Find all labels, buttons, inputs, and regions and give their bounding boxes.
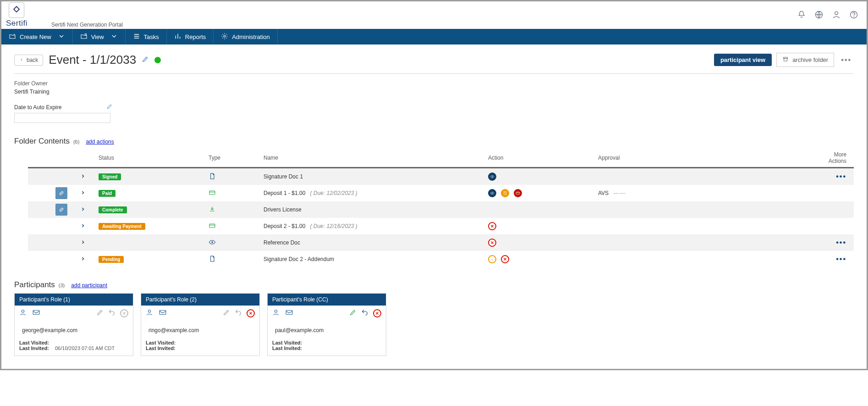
- auto-expire-input[interactable]: [14, 113, 110, 123]
- folder-contents-count: (6): [73, 139, 79, 145]
- status-dot: [154, 57, 161, 63]
- participant-remove-icon[interactable]: [120, 309, 128, 317]
- gear-icon: [221, 33, 228, 41]
- add-participant-link[interactable]: add participant: [71, 282, 107, 289]
- archive-folder-button[interactable]: archive folder: [776, 53, 834, 67]
- participant-role: Participant's Role (CC): [268, 294, 386, 306]
- back-button[interactable]: back: [14, 55, 43, 66]
- row-name: Reference Doc: [264, 239, 300, 246]
- participant-undo-icon[interactable]: [235, 309, 242, 317]
- last-invited-value: 06/10/2023 07:01 AM CDT: [55, 345, 115, 351]
- folder-owner-label: Folder Owner: [14, 80, 854, 87]
- participant-edit-icon[interactable]: [349, 309, 357, 317]
- page-title: Event - 1/1/2033: [49, 53, 136, 67]
- status-badge: Complete: [99, 206, 127, 213]
- type-icon: [209, 172, 216, 180]
- status-badge: Awaiting Payment: [99, 223, 145, 230]
- participant-mail-icon[interactable]: [285, 308, 293, 318]
- participant-edit-icon[interactable]: [96, 309, 104, 317]
- expand-row-icon[interactable]: [80, 240, 86, 246]
- top-strip: Sertifi Sertifi Next Generation Portal: [1, 1, 867, 29]
- brand-glyph: [9, 2, 24, 18]
- nav-administration[interactable]: Administration: [214, 29, 277, 44]
- payment-action-icon[interactable]: [514, 189, 522, 197]
- table-row: CompleteDrivers License: [28, 201, 854, 218]
- participant-toolbar: [141, 306, 259, 321]
- help-icon[interactable]: [849, 10, 858, 21]
- participant-email: george@example.com: [22, 327, 128, 334]
- participant-card: Participant's Role (CC) paul@example.com…: [267, 293, 386, 356]
- receipt-action-icon[interactable]: [501, 189, 509, 197]
- expand-row-icon[interactable]: [80, 256, 86, 263]
- row-more-icon[interactable]: •••: [836, 255, 846, 263]
- caret-left-icon: [19, 57, 24, 63]
- participant-mail-icon[interactable]: [159, 308, 167, 318]
- cancel-action-icon[interactable]: [488, 222, 496, 230]
- participant-role: Participant's Role (2): [141, 294, 259, 306]
- cancel-action-icon[interactable]: [501, 255, 509, 263]
- row-more-icon[interactable]: •••: [836, 239, 846, 246]
- chevron-down-icon: [58, 33, 65, 41]
- archive-folder-label: archive folder: [792, 56, 828, 63]
- participant-view-button[interactable]: participant view: [714, 54, 772, 66]
- participant-undo-icon[interactable]: [361, 309, 368, 317]
- col-status: Status: [97, 155, 207, 161]
- row-actions: [488, 239, 594, 247]
- expand-row-icon[interactable]: [80, 190, 86, 197]
- edit-title-icon[interactable]: [142, 56, 149, 64]
- notifications-icon[interactable]: [797, 10, 806, 21]
- profile-icon[interactable]: [832, 10, 841, 21]
- nav-label: Administration: [232, 33, 269, 40]
- expand-row-icon[interactable]: [80, 207, 86, 213]
- more-actions-button[interactable]: •••: [839, 54, 854, 67]
- globe-icon[interactable]: [814, 10, 824, 21]
- participant-undo-icon[interactable]: [108, 309, 115, 317]
- participant-mail-icon[interactable]: [32, 308, 40, 318]
- brand: Sertifi Sertifi Next Generation Portal: [6, 2, 123, 28]
- nav-view[interactable]: View: [73, 29, 126, 44]
- sign-action-icon[interactable]: [488, 255, 496, 263]
- participant-user-icon[interactable]: [19, 309, 27, 317]
- view-action-icon[interactable]: [488, 172, 496, 181]
- nav-create-new[interactable]: Create New: [1, 29, 73, 44]
- type-icon: [209, 255, 216, 262]
- type-icon: [209, 189, 216, 196]
- participant-edit-icon[interactable]: [223, 309, 230, 317]
- nav-tasks[interactable]: Tasks: [126, 29, 167, 44]
- table-row: PendingSignature Doc 2 - Addendum•••: [28, 251, 854, 267]
- last-visited-label: Last Visited:: [146, 340, 177, 345]
- folder-meta: Folder Owner Sertifi Training Date to Au…: [14, 80, 854, 123]
- approval-label: AVS: [598, 190, 609, 196]
- link-chip-icon[interactable]: [55, 187, 67, 199]
- cancel-action-icon[interactable]: [488, 239, 496, 247]
- type-icon: [209, 222, 216, 229]
- nav-reports[interactable]: Reports: [167, 29, 214, 44]
- expand-row-icon[interactable]: [80, 223, 86, 230]
- participant-remove-icon[interactable]: [247, 309, 255, 317]
- participant-remove-icon[interactable]: [373, 309, 381, 317]
- brand-logo: Sertifi: [6, 2, 27, 28]
- row-more-icon[interactable]: •••: [836, 172, 846, 180]
- last-invited-label: Last Invited:: [272, 345, 303, 351]
- more-dots-icon: •••: [841, 56, 852, 64]
- row-name: Deposit 1 - $1.00: [264, 190, 305, 196]
- row-name: Signature Doc 1: [264, 173, 303, 180]
- link-chip-icon[interactable]: [55, 204, 67, 216]
- participant-toolbar: [15, 306, 133, 321]
- participant-user-icon[interactable]: [146, 309, 153, 317]
- col-type: Type: [207, 155, 262, 161]
- portal-name: Sertifi Next Generation Portal: [51, 22, 123, 28]
- participants-head: Participants (3) add participant: [14, 280, 854, 289]
- expand-row-icon[interactable]: [80, 174, 86, 180]
- last-visited-label: Last Visited:: [19, 340, 50, 345]
- view-action-icon[interactable]: [488, 189, 496, 197]
- edit-expire-icon[interactable]: [106, 103, 113, 111]
- nav-label: Create New: [20, 33, 51, 40]
- status-badge: Signed: [99, 173, 121, 180]
- page-body: back Event - 1/1/2033 participant view a…: [1, 44, 867, 369]
- archive-icon: [782, 56, 789, 64]
- participant-email: paul@example.com: [275, 327, 381, 334]
- folder-contents-head: Folder Contents (6) add actions: [14, 137, 854, 146]
- participant-user-icon[interactable]: [272, 309, 280, 317]
- add-actions-link[interactable]: add actions: [86, 139, 114, 145]
